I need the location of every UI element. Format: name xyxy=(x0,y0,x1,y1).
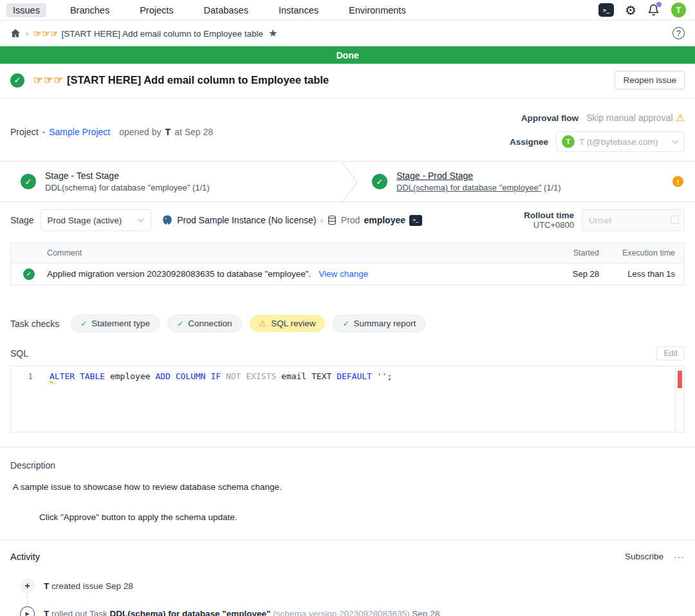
home-icon[interactable] xyxy=(10,28,21,38)
postgres-icon xyxy=(162,214,173,226)
help-icon[interactable]: ? xyxy=(672,27,685,39)
breadcrumb-bar: › ☞☞☞ [START HERE] Add email column to E… xyxy=(0,21,695,46)
nav-item-projects[interactable]: Projects xyxy=(133,3,180,17)
line-number-gutter: 1 xyxy=(11,366,42,432)
stage-card-test[interactable]: ✓ Stage - Test Stage DDL(schema) for dat… xyxy=(0,162,344,201)
stage-done-check-icon: ✓ xyxy=(372,174,387,189)
sql-section-header: SQL Edit xyxy=(0,346,695,360)
pointer-emoji: ☞☞☞ xyxy=(33,74,64,86)
description-section: Description A sample issue to showcase h… xyxy=(0,447,695,533)
nav-item-issues[interactable]: Issues xyxy=(6,3,46,17)
nav-item-instances[interactable]: Instances xyxy=(272,3,325,17)
activity-item: + T created issue Sep 28 xyxy=(10,572,685,600)
activity-timeline: + T created issue Sep 28 ▶ T rolled out … xyxy=(10,572,685,616)
description-text[interactable]: A sample issue to showcase how to review… xyxy=(10,480,685,525)
created-plus-icon: + xyxy=(20,579,35,593)
nav-item-databases[interactable]: Databases xyxy=(198,3,255,17)
stage-select[interactable]: Prod Stage (active) xyxy=(41,209,152,231)
task-checks-section: Task checks ✓ Statement type ✓ Connectio… xyxy=(0,315,695,332)
assignee-avatar: T xyxy=(562,135,575,148)
activity-menu-icon[interactable]: ··· xyxy=(674,552,685,562)
settings-gear-icon[interactable]: ⚙ xyxy=(625,4,636,17)
user-avatar[interactable]: T xyxy=(671,3,686,17)
database-icon xyxy=(327,215,337,225)
activity-section: Activity Subscribe ··· + T created issue… xyxy=(0,540,695,616)
calendar-icon xyxy=(671,216,679,224)
check-pill-summary-report[interactable]: ✓ Summary report xyxy=(333,315,425,332)
task-success-check-icon: ✓ xyxy=(23,268,35,280)
nav-item-branches[interactable]: Branches xyxy=(64,3,116,17)
project-link[interactable]: Sample Project xyxy=(49,127,110,137)
stage-toolbar: Stage Prod Stage (active) Prod Sample In… xyxy=(0,202,695,238)
activity-item: ▶ T rolled out Task DDL(schema) for data… xyxy=(10,600,685,616)
sql-editor[interactable]: 1 ALTER TABLE employee ADD COLUMN IF NOT… xyxy=(10,366,685,433)
check-warning-icon: ⚠ xyxy=(259,319,267,328)
check-pill-sql-review[interactable]: ⚠ SQL review xyxy=(250,315,326,332)
issue-title-row: ✓ ☞☞☞ [START HERE] Add email column to E… xyxy=(0,64,695,98)
check-pass-icon: ✓ xyxy=(80,319,87,328)
sql-edit-button[interactable]: Edit xyxy=(656,346,685,360)
table-row[interactable]: ✓ Applied migration version 202309280836… xyxy=(11,263,684,285)
check-pass-icon: ✓ xyxy=(342,319,349,328)
stage-card-prod[interactable]: ✓ Stage - Prod Stage DDL(schema) for dat… xyxy=(344,162,695,201)
approval-flow-value: Skip manual approval ⚠ xyxy=(586,112,685,124)
execution-time-cell: Less than 1s xyxy=(608,269,684,279)
warning-squiggle xyxy=(50,380,56,384)
issue-status-banner: Done xyxy=(0,46,695,64)
rollout-play-icon: ▶ xyxy=(20,606,35,616)
editor-overview-ruler[interactable] xyxy=(675,366,684,432)
warning-triangle-icon: ⚠ xyxy=(676,112,685,124)
open-sql-editor-icon[interactable]: >_ xyxy=(409,215,422,226)
issue-title: ☞☞☞ [START HERE] Add email column to Emp… xyxy=(33,74,615,86)
issue-meta-section: Project - Sample Project opened by T at … xyxy=(0,98,695,161)
database-name[interactable]: employee xyxy=(364,215,405,225)
top-navigation: Issues Branches Projects Databases Insta… xyxy=(0,0,695,21)
subscribe-button[interactable]: Subscribe xyxy=(625,552,663,561)
started-cell: Sep 28 xyxy=(562,269,608,279)
rollout-time-input[interactable] xyxy=(582,209,685,231)
error-marker xyxy=(678,371,682,388)
assignee-select[interactable]: T T (t@bytebase.com) xyxy=(556,131,685,152)
chevron-down-icon xyxy=(137,218,144,223)
project-line: Project - Sample Project opened by T at … xyxy=(10,112,213,152)
reopen-issue-button[interactable]: Reopen issue xyxy=(615,71,685,89)
check-pill-statement-type[interactable]: ✓ Statement type xyxy=(71,315,160,332)
table-header-row: Comment Started Execution time xyxy=(11,243,684,263)
instance-name[interactable]: Prod Sample Instance (No license) xyxy=(177,215,316,225)
breadcrumb-separator: › xyxy=(26,28,28,38)
stage-pipeline: ✓ Stage - Test Stage DDL(schema) for dat… xyxy=(0,161,695,202)
task-run-table: Comment Started Execution time ✓ Applied… xyxy=(10,243,685,285)
issue-done-check-icon: ✓ xyxy=(10,73,24,88)
environment-label: Prod xyxy=(341,215,360,225)
sql-code-line: ALTER TABLE employee ADD COLUMN IF NOT E… xyxy=(42,366,675,432)
pointer-emoji: ☞☞☞ xyxy=(33,29,59,39)
check-pill-connection[interactable]: ✓ Connection xyxy=(167,315,241,332)
star-favorite-icon[interactable]: ★ xyxy=(268,27,277,39)
nav-item-environments[interactable]: Environments xyxy=(342,3,412,17)
stage-done-check-icon: ✓ xyxy=(21,174,36,189)
assignee-row: Assignee T T (t@bytebase.com) xyxy=(510,131,685,152)
stage-alert-icon[interactable]: ! xyxy=(672,176,683,187)
chevron-down-icon xyxy=(672,140,679,144)
notification-dot xyxy=(656,2,662,7)
notification-bell-icon[interactable] xyxy=(647,4,660,17)
approval-flow-row: Approval flow Skip manual approval ⚠ xyxy=(521,112,685,124)
rollout-time-labels: Rollout time UTC+0800 xyxy=(524,210,574,230)
breadcrumb-separator: › xyxy=(320,216,322,225)
check-pass-icon: ✓ xyxy=(177,319,183,328)
main-nav: Issues Branches Projects Databases Insta… xyxy=(6,3,412,17)
view-change-link[interactable]: View change xyxy=(319,269,368,279)
breadcrumb-issue-title: ☞☞☞ [START HERE] Add email column to Emp… xyxy=(33,28,263,39)
sql-editor-icon[interactable]: >_ xyxy=(598,3,614,17)
